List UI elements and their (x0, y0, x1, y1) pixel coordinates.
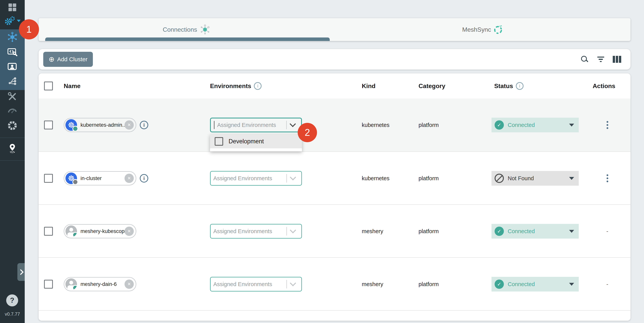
not-found-icon (494, 174, 504, 183)
tabs-bar: Connections MeshSync (38, 18, 630, 41)
option-label: Development (228, 138, 264, 145)
header-kind[interactable]: Kind (362, 73, 376, 99)
category-cell: platform (418, 175, 439, 182)
question-mark-icon: ? (10, 296, 14, 304)
crossed-tools-icon (8, 92, 17, 101)
sidebar-item-get-involved[interactable] (0, 142, 25, 155)
meshery-connections-page: ? v0.7.77 Connections MeshSync (0, 0, 644, 323)
remove-connection-icon[interactable]: ✕ (124, 227, 134, 236)
status-label: Connected (504, 228, 569, 234)
help-button[interactable]: ? (6, 294, 18, 306)
row-checkbox[interactable] (44, 280, 53, 289)
kubernetes-icon: ☸ (66, 119, 77, 131)
chevron-down-icon[interactable] (290, 174, 296, 180)
sidebar-expand-button[interactable] (17, 263, 25, 281)
gears-lifecycle-icon (4, 16, 16, 26)
option-checkbox[interactable] (215, 137, 223, 146)
status-dropdown[interactable]: Not Found (492, 171, 579, 186)
connection-name: kubernetes-admin... (77, 122, 124, 128)
status-dropdown[interactable]: ✓ Connected (492, 224, 579, 239)
no-actions-placeholder: - (603, 228, 612, 234)
status-dot (72, 179, 78, 185)
info-icon[interactable]: i (254, 82, 262, 90)
annotation-step-2: 2 (298, 123, 317, 142)
check-circle-icon: ✓ (494, 120, 504, 130)
environments-select[interactable]: Assigned Environments (210, 171, 302, 186)
sidebar-item-dashboard[interactable] (0, 2, 25, 12)
row-checkbox[interactable] (44, 174, 53, 183)
status-dropdown[interactable]: ✓ Connected (492, 118, 579, 132)
remove-connection-icon[interactable]: ✕ (124, 120, 134, 130)
add-cluster-button[interactable]: ⊕ Add Cluster (43, 52, 93, 67)
sidebar-item-performance[interactable] (0, 105, 25, 115)
header-name[interactable]: Name (64, 73, 80, 99)
location-pin-icon (7, 143, 17, 154)
select-all-checkbox[interactable] (44, 82, 53, 90)
environments-select[interactable]: Assigned Environments (210, 277, 302, 291)
row-checkbox[interactable] (44, 121, 53, 129)
sidebar-item-configuration[interactable] (0, 91, 25, 102)
connection-chip[interactable]: meshery-dain-6 ✕ (64, 277, 136, 291)
connection-chip[interactable]: ☸ in-cluster ✕ (64, 171, 136, 185)
sidebar-item-extensions[interactable] (0, 119, 25, 132)
chevron-down-icon[interactable] (290, 227, 296, 233)
category-cell: platform (418, 228, 439, 234)
status-dot (72, 285, 77, 290)
table-row (38, 310, 630, 321)
sidebar-divider (0, 160, 25, 161)
annotation-step-1: 1 (19, 19, 39, 40)
chevron-down-icon[interactable] (290, 280, 296, 286)
connection-name: meshery-kubescop... (77, 228, 124, 234)
check-circle-icon: ✓ (494, 227, 504, 236)
caret-down-icon (569, 230, 574, 233)
row-checkbox[interactable] (44, 227, 53, 236)
dashboard-icon (8, 4, 16, 11)
header-category[interactable]: Category (418, 73, 445, 99)
header-status[interactable]: Status i (494, 73, 524, 99)
table-row: ☸ kubernetes-admin... ✕ i Assigned Envir… (38, 99, 630, 151)
active-tab-indicator (45, 38, 330, 41)
environments-placeholder: Assigned Environments (210, 175, 286, 182)
environments-select[interactable]: Assigned Environments (210, 224, 302, 239)
plus-circle-icon: ⊕ (49, 56, 54, 63)
connection-chip[interactable]: ☸ kubernetes-admin... ✕ (64, 118, 136, 132)
header-environments[interactable]: Environments i (210, 73, 262, 99)
status-label: Not Found (504, 175, 569, 182)
mesh-network-icon (7, 32, 18, 43)
caret-down-icon (569, 177, 574, 180)
search-icon[interactable] (580, 55, 589, 64)
sidebar-item-workspaces[interactable] (0, 61, 25, 73)
environments-select[interactable]: Assigned Environments (210, 118, 302, 132)
add-cluster-label: Add Cluster (57, 56, 88, 63)
info-icon[interactable]: i (516, 82, 524, 90)
tab-meshsync[interactable]: MeshSync (335, 18, 630, 41)
chevron-right-icon (18, 269, 24, 275)
extensions-ring-icon (7, 120, 18, 131)
kind-cell: kubernetes (362, 122, 390, 128)
view-columns-icon[interactable] (613, 56, 621, 63)
sidebar-item-environments[interactable] (0, 75, 25, 87)
environments-menu-option[interactable]: Development (210, 134, 302, 148)
environments-placeholder: Assigned Environments (210, 228, 286, 234)
sidebar: ? v0.7.77 (0, 0, 25, 323)
connection-name: in-cluster (77, 175, 124, 181)
status-dropdown[interactable]: ✓ Connected (492, 277, 579, 291)
status-dot (72, 232, 77, 237)
category-cell: platform (418, 122, 439, 128)
kubernetes-icon: ☸ (66, 173, 77, 184)
status-label: Connected (504, 122, 569, 128)
row-actions-menu-icon[interactable] (603, 174, 612, 182)
info-icon[interactable]: i (140, 174, 148, 183)
row-actions-menu-icon[interactable] (603, 121, 612, 129)
kind-cell: kubernetes (362, 175, 390, 182)
remove-connection-icon[interactable]: ✕ (124, 174, 134, 183)
sidebar-item-adapters[interactable] (0, 46, 25, 58)
table-header-row: Name Environments i Kind Category Status… (38, 73, 630, 99)
meshsync-spinner-icon (494, 25, 503, 35)
connection-chip[interactable]: meshery-kubescop... ✕ (64, 224, 136, 238)
chevron-down-icon[interactable] (290, 121, 296, 127)
info-icon[interactable]: i (140, 121, 148, 129)
caret-down-icon (569, 283, 574, 286)
remove-connection-icon[interactable]: ✕ (124, 279, 134, 289)
filter-icon[interactable] (596, 55, 605, 64)
